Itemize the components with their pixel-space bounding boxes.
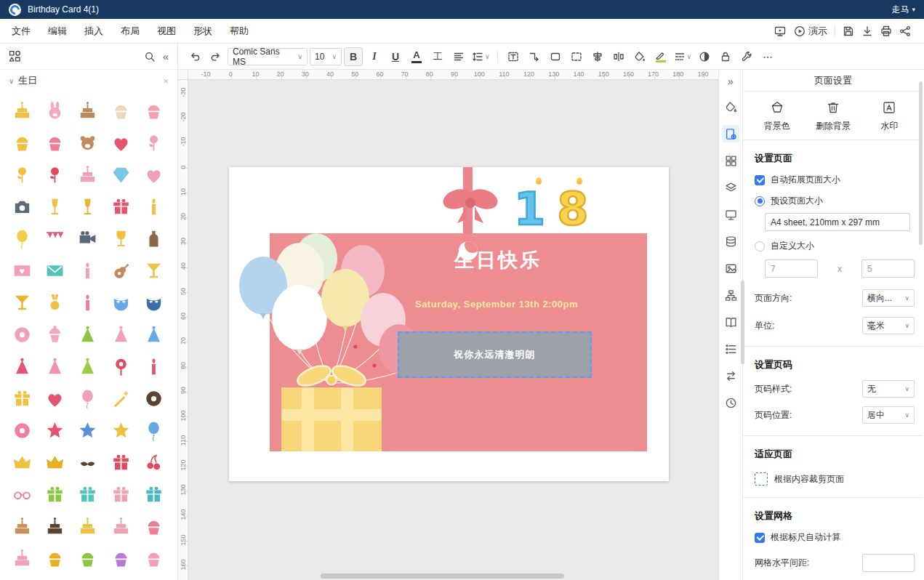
symbol-donut-pink[interactable]: [6, 318, 39, 350]
download-button[interactable]: [861, 25, 873, 37]
symbol-champagne-bottle[interactable]: [137, 222, 170, 254]
symbol-star-red[interactable]: [39, 414, 71, 446]
symbol-party-hat-green[interactable]: [71, 318, 104, 350]
symbol-martini[interactable]: [137, 254, 170, 286]
menu-item-6[interactable]: 帮助: [221, 20, 257, 42]
shape-button[interactable]: [546, 47, 565, 66]
symbol-magic-wand[interactable]: [105, 382, 137, 414]
underline-button[interactable]: U: [386, 47, 405, 66]
print-button[interactable]: [880, 25, 892, 37]
canvas-area[interactable]: -100102030405060708090100110120130140150…: [178, 70, 718, 580]
close-icon[interactable]: ×: [163, 76, 169, 86]
container-button[interactable]: [567, 47, 586, 66]
symbol-cake-strawberry[interactable]: [105, 510, 137, 542]
symbol-cake-slice[interactable]: [6, 542, 39, 574]
line-spacing-button[interactable]: ∨: [470, 47, 491, 66]
symbol-diamond[interactable]: [105, 158, 137, 190]
align-objects-button[interactable]: [588, 47, 607, 66]
custom-size-radio[interactable]: [755, 241, 765, 251]
italic-button[interactable]: I: [365, 47, 384, 66]
symbol-film-camera[interactable]: [71, 222, 104, 254]
symbol-flower-bunch[interactable]: [137, 126, 170, 158]
layers-tab[interactable]: [722, 179, 739, 196]
structure-tab[interactable]: [722, 286, 739, 304]
symbol-teddy-bear[interactable]: [71, 126, 104, 158]
present-screen-button[interactable]: [774, 25, 787, 37]
symbol-cupcake-heart[interactable]: [39, 126, 71, 158]
symbol-party-hat-dots[interactable]: [39, 350, 71, 382]
menu-item-1[interactable]: 编辑: [39, 20, 76, 42]
symbol-wine-glass[interactable]: [105, 222, 137, 254]
menu-item-2[interactable]: 插入: [76, 20, 112, 42]
menu-item-3[interactable]: 布局: [112, 20, 148, 42]
symbol-medal[interactable]: [39, 286, 71, 318]
canvas-page[interactable]: 1 8 生日快乐 Saturday, September 13th 2:00pm…: [229, 167, 669, 481]
custom-width-input[interactable]: [765, 259, 818, 278]
user-menu[interactable]: 走马 ▾: [891, 4, 915, 16]
symbol-cherries[interactable]: [137, 446, 170, 478]
grid-auto-calc-checkbox[interactable]: [755, 533, 765, 543]
symbol-champagne-flutes[interactable]: [71, 190, 104, 222]
crop-page-button[interactable]: 根据内容裁剪页面: [755, 472, 923, 486]
watermark-button[interactable]: 水印: [863, 100, 915, 132]
selected-text-element[interactable]: 祝你永远清澈明朗: [398, 331, 592, 378]
insert-textbox-button[interactable]: [504, 47, 523, 66]
symbol-sundae[interactable]: [39, 318, 71, 350]
symbol-party-glasses[interactable]: [6, 478, 39, 510]
redo-button[interactable]: [206, 47, 225, 66]
symbol-cupcake-white[interactable]: [105, 94, 137, 126]
symbol-guitar[interactable]: [105, 254, 137, 286]
save-button[interactable]: [843, 25, 854, 37]
fill-format-tab[interactable]: [722, 98, 739, 116]
symbol-balloon-yellow[interactable]: [6, 222, 39, 254]
orientation-select[interactable]: 横向... ∨: [862, 289, 915, 307]
menu-item-0[interactable]: 文件: [3, 20, 39, 42]
symbol-cupcake-lemon[interactable]: [6, 126, 39, 158]
symbol-mustache[interactable]: [71, 446, 104, 478]
history-tab[interactable]: [722, 394, 739, 411]
outline-tab[interactable]: [722, 340, 739, 358]
font-size-select[interactable]: 10 ∨: [310, 48, 342, 65]
symbol-cocktail[interactable]: [6, 286, 39, 318]
number-candles[interactable]: 1 8: [514, 185, 588, 234]
symbol-cupcake-tall[interactable]: [137, 510, 170, 542]
symbol-gift-pink-stack[interactable]: [105, 478, 137, 510]
fill-color-button[interactable]: [630, 47, 649, 66]
symbol-rose-red[interactable]: [39, 158, 71, 190]
symbol-love-letter[interactable]: [6, 254, 39, 286]
symbol-balloon-pink[interactable]: [71, 382, 104, 414]
menu-item-4[interactable]: 视图: [148, 20, 185, 42]
font-color-button[interactable]: A: [407, 47, 426, 66]
share-button[interactable]: [899, 25, 911, 37]
symbol-lollipop[interactable]: [105, 350, 137, 382]
symbol-cupcake-mint[interactable]: [71, 542, 104, 574]
unit-select[interactable]: 毫米 ∨: [862, 317, 915, 334]
symbol-donut-strawberry[interactable]: [6, 414, 39, 446]
more-button[interactable]: ⋯: [758, 47, 777, 66]
panel-scrollbar[interactable]: [919, 81, 923, 245]
distribute-button[interactable]: [609, 47, 628, 66]
line-color-button[interactable]: [651, 47, 670, 66]
symbol-gift-mint[interactable]: [137, 478, 170, 510]
symbol-rabbit[interactable]: [39, 94, 71, 126]
symbol-mask-blue[interactable]: [105, 286, 137, 318]
symbol-bunting-flags[interactable]: [39, 222, 71, 254]
symbol-crown-jeweled[interactable]: [39, 446, 71, 478]
symbol-party-hat-pink[interactable]: [105, 318, 137, 350]
image-tab[interactable]: [722, 259, 739, 277]
canvas-hscrollbar[interactable]: [321, 573, 564, 579]
custom-height-input[interactable]: [861, 259, 915, 278]
card-date-text[interactable]: Saturday, September 13th 2:00pm: [398, 299, 595, 310]
connector-button[interactable]: [525, 47, 544, 66]
symbol-gift-green[interactable]: [39, 478, 71, 510]
swap-tab[interactable]: [722, 367, 739, 384]
symbol-cupcake-caramel[interactable]: [39, 542, 71, 574]
symbol-cupcake-berry[interactable]: [105, 542, 137, 574]
tools-button[interactable]: [737, 47, 756, 66]
symbol-heart-balloons[interactable]: [39, 382, 71, 414]
symbol-heart-pink[interactable]: [137, 158, 170, 190]
symbol-hbd-heart[interactable]: [105, 126, 137, 158]
background-color-button[interactable]: 背景色: [751, 100, 803, 132]
preset-size-radio[interactable]: [755, 196, 765, 206]
symbol-star-blue[interactable]: [71, 414, 104, 446]
